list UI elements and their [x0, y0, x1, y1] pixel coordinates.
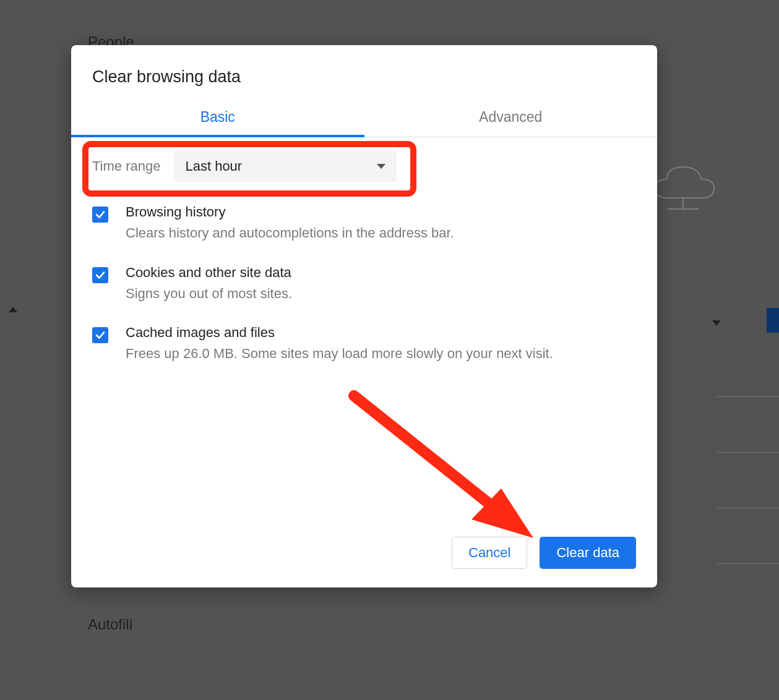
clear-data-button-label: Clear data: [556, 545, 619, 560]
option-cache-title: Cached images and files: [126, 325, 636, 341]
cancel-button[interactable]: Cancel: [452, 537, 527, 569]
dialog-content: Time range Last hour Browsing history Cl…: [71, 137, 657, 521]
check-icon: [95, 270, 106, 281]
time-range-select[interactable]: Last hour: [174, 151, 397, 182]
tab-basic-label: Basic: [200, 109, 235, 125]
option-cache-desc: Frees up 26.0 MB. Some sites may load mo…: [126, 344, 636, 363]
chevron-down-icon: [377, 164, 385, 169]
option-cookies-title: Cookies and other site data: [126, 265, 636, 281]
time-range-row: Time range Last hour: [92, 137, 636, 193]
dialog-footer: Cancel Clear data: [71, 521, 657, 587]
clear-browsing-data-dialog: Clear browsing data Basic Advanced Time …: [71, 45, 657, 587]
cancel-button-label: Cancel: [468, 545, 510, 560]
check-icon: [95, 209, 106, 220]
time-range-label: Time range: [92, 158, 160, 174]
checkbox-cookies[interactable]: [92, 267, 108, 283]
checkbox-browsing-history[interactable]: [92, 207, 108, 223]
dialog-title: Clear browsing data: [71, 45, 657, 101]
check-icon: [95, 330, 106, 341]
option-browsing-history-title: Browsing history: [126, 204, 636, 220]
time-range-value: Last hour: [185, 158, 242, 174]
tab-advanced[interactable]: Advanced: [364, 101, 658, 137]
option-cookies-desc: Signs you out of most sites.: [126, 284, 636, 303]
tab-basic[interactable]: Basic: [71, 101, 364, 137]
option-cookies: Cookies and other site data Signs you ou…: [92, 254, 636, 314]
checkbox-cache[interactable]: [92, 327, 108, 343]
option-cache: Cached images and files Frees up 26.0 MB…: [92, 314, 636, 374]
clear-data-button[interactable]: Clear data: [540, 537, 636, 569]
option-browsing-history-desc: Clears history and autocompletions in th…: [126, 224, 636, 242]
option-browsing-history: Browsing history Clears history and auto…: [92, 193, 636, 254]
dialog-tabs: Basic Advanced: [71, 101, 657, 137]
tab-advanced-label: Advanced: [479, 109, 542, 125]
